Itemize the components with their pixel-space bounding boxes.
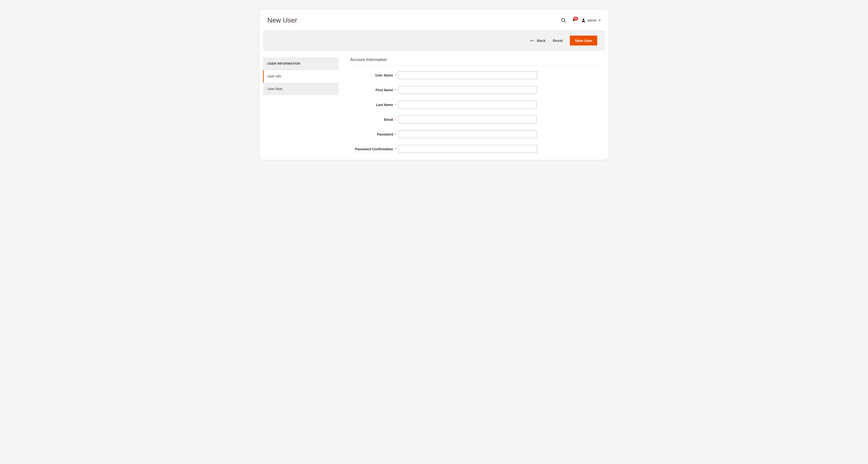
- page-header: New User 39: [259, 10, 609, 31]
- sidebar-header: USER INFORMATION: [263, 57, 339, 70]
- input-username[interactable]: [398, 71, 537, 79]
- label-password-confirmation: Password Confirmation: [350, 147, 395, 151]
- arrow-left-icon: [530, 39, 534, 42]
- user-menu-label: admin: [588, 19, 597, 22]
- header-actions: 39 admin: [561, 18, 600, 23]
- back-button-label: Back: [537, 38, 546, 43]
- sidebar-tab-label: User Info: [268, 74, 281, 78]
- required-asterisk: *: [395, 73, 398, 77]
- sidebar-tab-user-info[interactable]: User Info: [263, 70, 339, 82]
- form-area: Account Information User Name * First Na…: [350, 57, 605, 160]
- input-password-confirmation[interactable]: [398, 145, 537, 153]
- required-asterisk: *: [395, 132, 398, 136]
- form-row-password-confirmation: Password Confirmation *: [350, 145, 600, 153]
- notification-badge: 39: [574, 17, 578, 21]
- label-firstname: First Name: [350, 88, 395, 92]
- required-asterisk: *: [395, 103, 398, 107]
- search-button[interactable]: [561, 18, 566, 23]
- chevron-down-icon: [599, 20, 600, 21]
- form-row-lastname: Last Name *: [350, 101, 600, 109]
- sidebar-tab-label: User Role: [268, 87, 282, 91]
- form-row-email: Email *: [350, 115, 600, 124]
- input-email[interactable]: [398, 115, 537, 124]
- user-menu[interactable]: admin: [581, 18, 600, 23]
- input-firstname[interactable]: [398, 86, 537, 94]
- label-lastname: Last Name: [350, 103, 395, 107]
- form-row-firstname: First Name *: [350, 86, 600, 94]
- section-title: Account Information: [350, 57, 600, 66]
- page-title: New User: [268, 16, 297, 24]
- label-username: User Name: [350, 73, 395, 77]
- form-row-password: Password *: [350, 130, 600, 138]
- user-icon: [581, 18, 586, 23]
- svg-point-0: [562, 19, 565, 22]
- input-password[interactable]: [398, 130, 537, 138]
- input-lastname[interactable]: [398, 101, 537, 109]
- search-icon: [561, 18, 566, 23]
- content-area: USER INFORMATION User Info User Role Acc…: [259, 51, 609, 160]
- notifications-button[interactable]: 39: [571, 18, 576, 23]
- save-user-button[interactable]: Save User: [570, 36, 597, 45]
- label-email: Email: [350, 118, 395, 122]
- back-button[interactable]: Back: [530, 38, 546, 43]
- sidebar-tab-user-role[interactable]: User Role: [263, 82, 339, 95]
- svg-line-1: [564, 21, 566, 23]
- sidebar: USER INFORMATION User Info User Role: [263, 57, 339, 160]
- required-asterisk: *: [395, 147, 398, 151]
- required-asterisk: *: [395, 118, 398, 122]
- svg-point-2: [583, 19, 584, 21]
- reset-button[interactable]: Reset: [553, 38, 563, 43]
- action-bar: Back Reset Save User: [263, 31, 605, 51]
- required-asterisk: *: [395, 88, 398, 92]
- form-row-username: User Name *: [350, 71, 600, 79]
- label-password: Password: [350, 132, 395, 136]
- app-container: New User 39: [259, 10, 609, 160]
